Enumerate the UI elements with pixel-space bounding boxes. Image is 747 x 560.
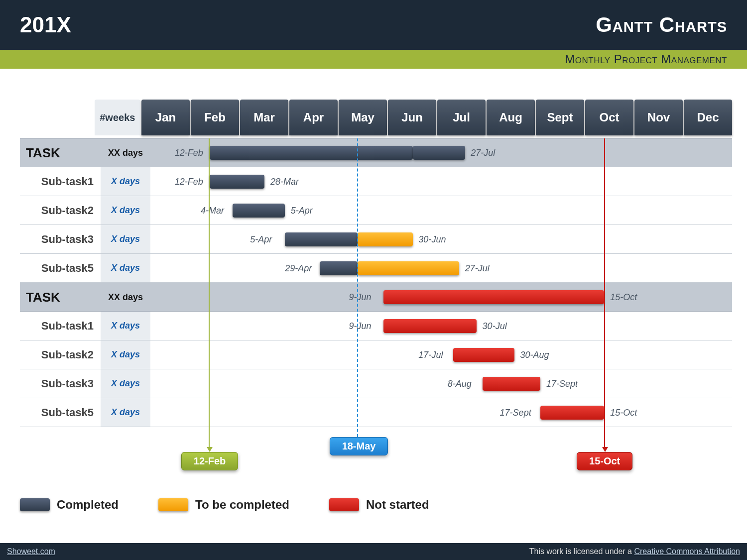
- task-timeline: 17-Jul30-Aug: [151, 340, 732, 369]
- legend-item: Completed: [20, 498, 119, 512]
- task-timeline: 8-Aug17-Sept: [151, 369, 732, 398]
- task-row: Sub-task2X days17-Jul30-Aug: [20, 340, 732, 369]
- header-subtitle: Monthly Project Management: [565, 52, 727, 66]
- task-duration: XX days: [101, 283, 150, 311]
- footer-license-link[interactable]: Creative Commons Attribution: [634, 547, 740, 556]
- header-year: 201X: [20, 12, 71, 37]
- task-duration: X days: [101, 225, 150, 253]
- header-title: Gantt Charts: [596, 13, 727, 37]
- subheader-bar: Monthly Project Management: [0, 50, 747, 69]
- months-container: JanFebMarAprMayJunJulAugSeptOctNovDec: [140, 100, 732, 135]
- rows-container: TASKXX days12-Feb27-JulSub-task1X days12…: [20, 138, 732, 427]
- task-timeline: 5-Apr30-Jun: [151, 225, 732, 253]
- date-label: 8-Aug: [448, 378, 472, 389]
- task-timeline: 29-Apr27-Jul: [151, 254, 732, 282]
- gantt-bar: [358, 232, 413, 246]
- markers-layer: 18-May12-Feb15-Oct: [20, 427, 732, 477]
- task-name: Sub-task1: [20, 312, 100, 340]
- task-timeline: 17-Sept15-Oct: [151, 398, 732, 427]
- footer-left-link[interactable]: Showeet.com: [7, 547, 55, 556]
- gantt-chart: #weeks JanFebMarAprMayJunJulAugSeptOctNo…: [20, 100, 732, 477]
- task-name: TASK: [20, 139, 100, 167]
- task-name: Sub-task3: [20, 369, 100, 398]
- gantt-bar: [383, 319, 477, 333]
- task-row-main: TASKXX days9-Jun15-Oct: [20, 283, 732, 312]
- date-label: 29-Apr: [285, 263, 312, 273]
- task-duration: X days: [101, 340, 150, 369]
- footer: Showeet.com This work is licensed under …: [0, 543, 747, 560]
- date-label: 15-Oct: [610, 407, 637, 418]
- month-header: Feb: [191, 100, 239, 135]
- gantt-bar: [233, 204, 285, 218]
- month-header: May: [339, 100, 387, 135]
- date-label: 17-Sept: [500, 407, 531, 418]
- month-header: Oct: [585, 100, 633, 135]
- task-row: Sub-task1X days12-Feb28-Mar: [20, 167, 732, 196]
- month-header: Apr: [289, 100, 338, 135]
- date-label: 5-Apr: [291, 205, 313, 216]
- task-duration: X days: [101, 167, 150, 196]
- footer-right: This work is licensed under a Creative C…: [529, 547, 740, 556]
- date-label: 5-Apr: [250, 234, 272, 244]
- header-bar: 201X Gantt Charts: [0, 0, 747, 50]
- task-timeline: 12-Feb28-Mar: [151, 167, 732, 196]
- date-label: 27-Jul: [465, 263, 490, 273]
- task-timeline: 9-Jun15-Oct: [151, 283, 732, 311]
- legend-item: Not started: [329, 498, 429, 512]
- month-header: Jul: [437, 100, 486, 135]
- month-header: Aug: [487, 100, 535, 135]
- month-header: Mar: [240, 100, 288, 135]
- legend-swatch: [158, 498, 188, 511]
- gantt-bar: [285, 232, 358, 246]
- date-label: 9-Jun: [349, 292, 371, 303]
- task-name: Sub-task2: [20, 340, 100, 369]
- legend-swatch: [20, 498, 50, 511]
- legend-label: Not started: [366, 498, 429, 512]
- date-label: 30-Aug: [520, 349, 549, 360]
- timeline-header: #weeks JanFebMarAprMayJunJulAugSeptOctNo…: [20, 100, 732, 135]
- legend-item: To be completed: [158, 498, 289, 512]
- month-header: Sept: [536, 100, 584, 135]
- task-name: Sub-task5: [20, 398, 100, 427]
- task-name: Sub-task5: [20, 254, 100, 282]
- gantt-bar: [453, 348, 514, 362]
- gantt-bar: [320, 261, 358, 275]
- gantt-bar: [383, 290, 604, 304]
- task-name: TASK: [20, 283, 100, 311]
- marker-tag: 12-Feb: [181, 452, 238, 470]
- task-duration: XX days: [101, 139, 150, 167]
- date-label: 27-Jul: [471, 148, 495, 158]
- gantt-bar: [483, 377, 541, 391]
- date-label: 17-Sept: [546, 378, 578, 389]
- gantt-bar: [540, 406, 604, 420]
- legend: CompletedTo be completedNot started: [20, 498, 429, 512]
- task-row: Sub-task1X days9-Jun30-Jul: [20, 312, 732, 340]
- marker-line: [604, 138, 605, 447]
- task-name: Sub-task2: [20, 196, 100, 224]
- month-header: Dec: [684, 100, 732, 135]
- legend-label: To be completed: [195, 498, 289, 512]
- date-label: 9-Jun: [349, 321, 371, 331]
- date-label: 30-Jul: [483, 321, 507, 331]
- weeks-column-header: #weeks: [95, 100, 140, 135]
- task-duration: X days: [101, 398, 150, 427]
- month-header: Nov: [634, 100, 683, 135]
- date-label: 15-Oct: [610, 292, 637, 303]
- month-header: Jun: [388, 100, 436, 135]
- task-row-main: TASKXX days12-Feb27-Jul: [20, 138, 732, 167]
- gantt-bar: [413, 146, 465, 160]
- gantt-bar: [358, 261, 459, 275]
- date-label: 17-Jul: [418, 349, 443, 360]
- task-name: Sub-task3: [20, 225, 100, 253]
- task-row: Sub-task3X days5-Apr30-Jun: [20, 225, 732, 254]
- marker-line: [209, 138, 210, 447]
- task-timeline: 9-Jun30-Jul: [151, 312, 732, 340]
- task-row: Sub-task2X days4-Mar5-Apr: [20, 196, 732, 225]
- date-label: 28-Mar: [270, 176, 299, 187]
- date-label: 4-Mar: [201, 205, 224, 216]
- task-row: Sub-task3X days8-Aug17-Sept: [20, 369, 732, 398]
- gantt-bar: [210, 146, 413, 160]
- legend-swatch: [329, 498, 359, 511]
- task-row: Sub-task5X days29-Apr27-Jul: [20, 254, 732, 283]
- marker-tag: 18-May: [330, 437, 388, 455]
